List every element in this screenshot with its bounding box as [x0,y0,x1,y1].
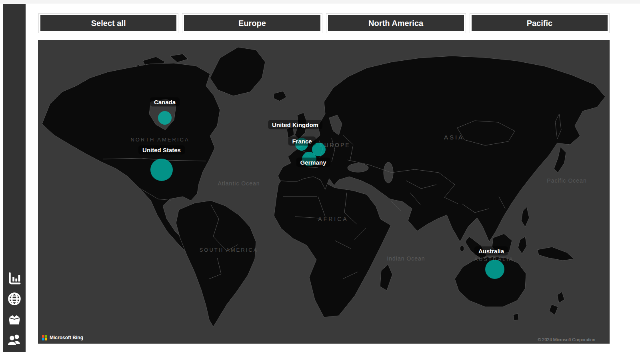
open-box-icon[interactable] [6,311,23,328]
filter-button-frame: Select all [38,13,178,33]
bubble-label-australia: Australia [474,247,508,256]
bubble-label-germany: Germany [296,158,330,167]
filter-button-select-all[interactable]: Select all [40,15,176,31]
map-region-label-pacific-ocean: Pacific Ocean [547,177,586,184]
bubble-label-united-states: United States [138,145,185,155]
bing-logo-label: Microsoft Bing [50,335,83,340]
filter-button-frame: North America [326,13,466,33]
map-region-label-south-america: SOUTH AMERICA [200,247,258,253]
bubble-label-france: France [288,137,316,146]
filter-button-pacific[interactable]: Pacific [472,15,608,31]
map-region-label-atlantic-ocean: Atlantic Ocean [218,180,260,187]
top-strip [0,0,640,4]
bubble-label-canada: Canada [150,97,180,107]
filter-button-row: Select allEuropeNorth AmericaPacific [38,13,610,33]
map-copyright: © 2024 Microsoft Corporation [538,337,595,342]
bing-logo[interactable]: Microsoft Bing [42,335,83,340]
data-bubble-australia[interactable] [485,260,504,279]
bubble-label-united-kingdom: United Kingdom [268,120,322,129]
data-bubble-canada[interactable] [158,111,172,125]
filter-button-frame: Pacific [470,13,610,33]
filter-button-north-america[interactable]: North America [328,15,464,31]
map-visual[interactable]: NORTH AMERICAAtlantic OceanSOUTH AMERICA… [38,40,610,344]
filter-button-europe[interactable]: Europe [184,15,320,31]
map-region-label-indian-ocean: Indian Ocean [387,255,425,262]
map-region-label-north-america: NORTH AMERICA [130,137,189,143]
bar-chart-icon[interactable] [6,270,23,287]
sidebar [3,4,26,352]
map-region-label-asia: ASIA [444,134,464,141]
people-icon[interactable] [6,331,23,348]
globe-icon[interactable] [6,290,23,307]
map-overlays: NORTH AMERICAAtlantic OceanSOUTH AMERICA… [38,40,610,344]
filter-button-frame: Europe [182,13,322,33]
map-region-label-africa: AFRICA [318,216,348,222]
data-bubble-united-states[interactable] [150,159,173,181]
microsoft-logo-icon [42,335,47,340]
